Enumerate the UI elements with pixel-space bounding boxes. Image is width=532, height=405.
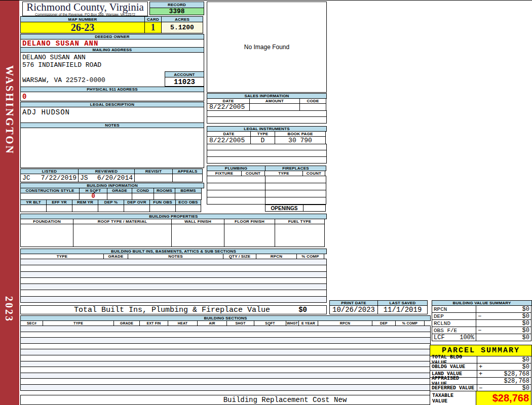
bvs-label: RCLND (432, 319, 476, 327)
acres-value[interactable]: 5.1200 (161, 22, 203, 33)
bvs-value: $0 (522, 320, 529, 327)
built-ins-empty-row[interactable] (20, 271, 327, 278)
openings-label: OPENINGS (265, 205, 303, 212)
ps-label: APPRAISED VALUE (430, 377, 477, 385)
bvs-value-cell: − $0 (476, 312, 531, 320)
last-saved-value: 11/1/2019 (377, 305, 428, 314)
fuel-type-value[interactable] (275, 224, 325, 247)
listed-value[interactable]: JC 7/22/2019 (20, 174, 79, 182)
mailing-line-1: DELANO SUSAN ANN (22, 54, 204, 61)
built-ins-empty-row[interactable] (20, 259, 327, 265)
h-sqft-value[interactable]: 0 (79, 193, 107, 200)
rooms-value[interactable] (154, 193, 175, 200)
bvs-row: RCLND $0 (432, 319, 532, 327)
reviewed-value[interactable]: JS 6/20/2014 (78, 174, 135, 182)
wall-finish-value[interactable] (171, 224, 224, 247)
district-name: WASHINGTON (3, 65, 16, 155)
cond-value[interactable] (132, 193, 154, 200)
bvs-value: $0 (522, 313, 529, 320)
bvs-op: − (478, 327, 481, 334)
built-ins-empty-row[interactable] (20, 296, 327, 303)
mailing-line-2: 576 INDIANFIELD ROAD (22, 61, 204, 69)
li-bookpage: 30 790 (275, 136, 326, 144)
county-title: Richmond County, Virginia (23, 2, 147, 13)
sales-row[interactable]: 8/22/2005 (207, 103, 327, 111)
ps-value: $28,768 (504, 371, 529, 378)
sale-date: 8/22/2005 (207, 103, 250, 111)
sale-amount (249, 103, 300, 111)
bvs-row: RPCN $0 (432, 305, 532, 313)
bdrms-value[interactable] (175, 193, 202, 200)
bvs-lcf-cell: LCF 100% (432, 334, 476, 341)
construction-style-value[interactable] (20, 193, 80, 200)
bvs-row: LCF 100% $0 (432, 334, 532, 341)
bvs-row: DEP − $0 (432, 312, 532, 320)
bvs-lcf-pct: 100% (460, 334, 474, 341)
county-header: Richmond County, Virginia Commissioner o… (22, 2, 148, 16)
grade-value[interactable] (107, 193, 132, 200)
built-ins-total-row: Total Built Ins, Plumbing & Fireplace Va… (20, 305, 327, 314)
bvs-value-cell: $0 (476, 305, 531, 313)
building-sections-empty-row[interactable] (20, 384, 431, 391)
account-value[interactable]: 11023 (165, 77, 204, 87)
card-value[interactable]: 1 (144, 22, 162, 33)
openings-value[interactable] (303, 205, 326, 212)
roof-value[interactable] (73, 224, 172, 247)
building-value-summary: RPCN $0 DEP − $0 RCLND $0 OBS F/E − $ (432, 305, 532, 341)
plumbing-fireplace-row[interactable] (207, 183, 327, 190)
built-ins-empty-row[interactable] (20, 284, 327, 290)
district-sidebar: WASHINGTON 2023 (0, 1, 19, 405)
bvs-value-cell: − $0 (476, 327, 531, 334)
plumbing-fireplace-row[interactable] (207, 197, 327, 205)
appeals-value[interactable] (172, 174, 203, 182)
commissioner-line: Commissioner of the Revenue, PO Box 366,… (23, 13, 147, 16)
legal-instrument-row[interactable]: 8/22/2005 D 30 790 (207, 136, 327, 144)
bvs-value-cell: $0 (476, 319, 531, 327)
building-info-row2-values[interactable] (20, 205, 204, 212)
legal-description-value[interactable]: ADJ HUDSON (20, 107, 204, 123)
built-ins-total-value: $0 (298, 306, 307, 314)
ps-label: TOTAL BLDG VALUE (430, 356, 477, 363)
ps-row: OBLDG VALUE + $0 (430, 363, 532, 371)
built-ins-empty-row[interactable] (20, 265, 327, 271)
taxable-value: $28,768 (492, 392, 529, 404)
ps-value-cell: $28,768 (477, 377, 531, 385)
ps-value: $0 (522, 356, 529, 363)
bvs-label: OBS F/E (432, 327, 476, 334)
reviewed-by: JS (80, 174, 88, 182)
no-image-message: No Image Found (244, 44, 289, 51)
legal-empty-row[interactable] (207, 150, 327, 157)
listed-by: JC (22, 174, 30, 182)
floor-finish-value[interactable] (224, 224, 275, 247)
bvs-value: $0 (522, 327, 529, 334)
print-date-value: 10/26/2023 (329, 305, 378, 314)
built-ins-empty-row[interactable] (20, 277, 327, 284)
plumbing-fireplace-row[interactable] (207, 176, 327, 183)
built-ins-empty-row[interactable] (20, 290, 327, 296)
sales-empty-row[interactable] (207, 116, 327, 124)
map-number-value[interactable]: 26-23 (20, 22, 145, 33)
taxable-value-cell: $28,768 (476, 391, 531, 405)
building-replacement-footer: Building Replacement Cost New (20, 395, 431, 405)
ps-value-cell: $0 (477, 356, 531, 363)
reviewed-date: 6/20/2014 (97, 174, 133, 182)
notes-value[interactable] (20, 128, 204, 168)
sale-code (299, 103, 326, 111)
bvs-label: RPCN (432, 305, 476, 313)
plumbing-fireplace-row[interactable] (207, 190, 327, 197)
revisit-value[interactable] (134, 174, 173, 182)
record-value[interactable]: 3398 (149, 8, 204, 15)
bvs-value: $0 (522, 306, 529, 313)
ps-value: $28,768 (504, 378, 529, 385)
bvs-label: LCF (434, 334, 445, 341)
deeded-owner-value[interactable]: DELANO SUSAN ANN (20, 39, 204, 48)
built-ins-total-label: Total Built Ins, Plumbing & Fireplace Va… (21, 306, 270, 314)
taxable-value-label: TAXABLE VALUE (430, 391, 476, 405)
legal-empty-row[interactable] (207, 156, 327, 164)
ps-op: + (479, 363, 482, 371)
photo-panel: No Image Found (207, 2, 327, 93)
physical-address-value[interactable]: 0 (20, 92, 204, 101)
ps-row: APPRAISED VALUE $28,768 (430, 377, 532, 385)
foundation-value[interactable] (20, 224, 73, 247)
bvs-label: DEP (432, 312, 476, 320)
